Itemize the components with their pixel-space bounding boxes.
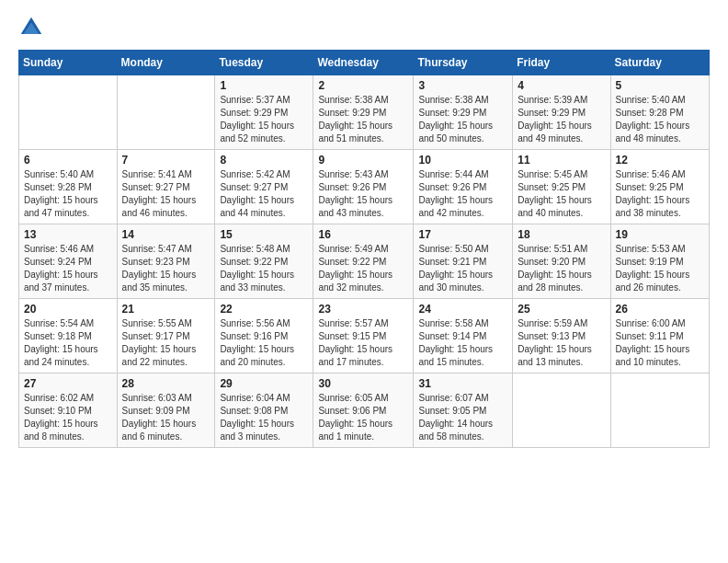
calendar-header-thursday: Thursday — [414, 51, 513, 75]
day-number: 31 — [418, 377, 507, 390]
day-number: 30 — [318, 377, 408, 390]
calendar-cell: 16Sunrise: 5:49 AMSunset: 9:22 PMDayligh… — [313, 224, 414, 299]
calendar-cell: 12Sunrise: 5:46 AMSunset: 9:25 PMDayligh… — [610, 150, 709, 224]
day-number: 19 — [616, 228, 704, 241]
day-info: Sunrise: 5:46 AMSunset: 9:25 PMDaylight:… — [616, 168, 704, 220]
calendar-cell: 13Sunrise: 5:46 AMSunset: 9:24 PMDayligh… — [19, 224, 118, 299]
calendar-cell: 2Sunrise: 5:38 AMSunset: 9:29 PMDaylight… — [313, 75, 414, 150]
day-number: 12 — [616, 154, 704, 167]
day-number: 28 — [122, 377, 210, 390]
calendar-week-5: 27Sunrise: 6:02 AMSunset: 9:10 PMDayligh… — [19, 373, 710, 448]
day-number: 29 — [220, 377, 308, 390]
calendar-cell — [513, 373, 610, 448]
calendar-header-row: SundayMondayTuesdayWednesdayThursdayFrid… — [19, 51, 710, 75]
calendar-cell: 26Sunrise: 6:00 AMSunset: 9:11 PMDayligh… — [610, 299, 709, 373]
day-info: Sunrise: 5:49 AMSunset: 9:22 PMDaylight:… — [318, 243, 408, 294]
calendar-header-friday: Friday — [513, 51, 610, 75]
day-info: Sunrise: 6:00 AMSunset: 9:11 PMDaylight:… — [616, 317, 704, 369]
calendar-cell: 9Sunrise: 5:43 AMSunset: 9:26 PMDaylight… — [313, 150, 414, 224]
day-info: Sunrise: 5:39 AMSunset: 9:29 PMDaylight:… — [518, 94, 605, 145]
day-number: 14 — [122, 228, 210, 241]
day-info: Sunrise: 5:51 AMSunset: 9:20 PMDaylight:… — [518, 243, 605, 294]
day-info: Sunrise: 5:53 AMSunset: 9:19 PMDaylight:… — [616, 243, 704, 294]
calendar-cell: 4Sunrise: 5:39 AMSunset: 9:29 PMDaylight… — [513, 75, 610, 150]
page: SundayMondayTuesdayWednesdayThursdayFrid… — [0, 0, 728, 563]
calendar-week-4: 20Sunrise: 5:54 AMSunset: 9:18 PMDayligh… — [19, 299, 710, 373]
calendar-cell: 15Sunrise: 5:48 AMSunset: 9:22 PMDayligh… — [215, 224, 313, 299]
calendar-cell: 18Sunrise: 5:51 AMSunset: 9:20 PMDayligh… — [513, 224, 610, 299]
day-number: 23 — [318, 303, 408, 316]
calendar-cell: 31Sunrise: 6:07 AMSunset: 9:05 PMDayligh… — [414, 373, 513, 448]
day-info: Sunrise: 5:41 AMSunset: 9:27 PMDaylight:… — [122, 168, 210, 220]
day-info: Sunrise: 5:55 AMSunset: 9:17 PMDaylight:… — [122, 317, 210, 369]
day-info: Sunrise: 5:57 AMSunset: 9:15 PMDaylight:… — [318, 317, 408, 369]
calendar-week-1: 1Sunrise: 5:37 AMSunset: 9:29 PMDaylight… — [19, 75, 710, 150]
day-info: Sunrise: 5:59 AMSunset: 9:13 PMDaylight:… — [518, 317, 605, 369]
day-number: 27 — [24, 377, 112, 390]
calendar-cell: 17Sunrise: 5:50 AMSunset: 9:21 PMDayligh… — [414, 224, 513, 299]
calendar-cell: 8Sunrise: 5:42 AMSunset: 9:27 PMDaylight… — [215, 150, 313, 224]
calendar-cell: 1Sunrise: 5:37 AMSunset: 9:29 PMDaylight… — [215, 75, 313, 150]
calendar-cell: 27Sunrise: 6:02 AMSunset: 9:10 PMDayligh… — [19, 373, 118, 448]
calendar-cell: 7Sunrise: 5:41 AMSunset: 9:27 PMDaylight… — [117, 150, 215, 224]
calendar-cell: 11Sunrise: 5:45 AMSunset: 9:25 PMDayligh… — [513, 150, 610, 224]
calendar-cell — [610, 373, 709, 448]
day-number: 16 — [318, 228, 408, 241]
day-info: Sunrise: 5:54 AMSunset: 9:18 PMDaylight:… — [24, 317, 112, 369]
day-number: 5 — [616, 79, 704, 92]
calendar-cell: 5Sunrise: 5:40 AMSunset: 9:28 PMDaylight… — [610, 75, 709, 150]
logo — [18, 15, 48, 40]
calendar-header-tuesday: Tuesday — [215, 51, 313, 75]
calendar-cell: 23Sunrise: 5:57 AMSunset: 9:15 PMDayligh… — [313, 299, 414, 373]
day-number: 8 — [220, 154, 308, 167]
day-number: 26 — [616, 303, 704, 316]
calendar-header-monday: Monday — [117, 51, 215, 75]
day-number: 17 — [418, 228, 507, 241]
day-number: 10 — [418, 154, 507, 167]
calendar-cell: 19Sunrise: 5:53 AMSunset: 9:19 PMDayligh… — [610, 224, 709, 299]
day-info: Sunrise: 5:50 AMSunset: 9:21 PMDaylight:… — [418, 243, 507, 294]
day-info: Sunrise: 5:37 AMSunset: 9:29 PMDaylight:… — [220, 94, 308, 145]
day-number: 13 — [24, 228, 112, 241]
logo-icon — [18, 15, 44, 40]
day-info: Sunrise: 6:07 AMSunset: 9:05 PMDaylight:… — [418, 392, 507, 443]
calendar-cell — [117, 75, 215, 150]
day-number: 3 — [418, 79, 507, 92]
day-number: 20 — [24, 303, 112, 316]
day-info: Sunrise: 5:43 AMSunset: 9:26 PMDaylight:… — [318, 168, 408, 220]
day-number: 25 — [518, 303, 605, 316]
calendar-week-2: 6Sunrise: 5:40 AMSunset: 9:28 PMDaylight… — [19, 150, 710, 224]
day-info: Sunrise: 5:44 AMSunset: 9:26 PMDaylight:… — [418, 168, 507, 220]
day-number: 15 — [220, 228, 308, 241]
day-number: 4 — [518, 79, 605, 92]
day-number: 11 — [518, 154, 605, 167]
calendar-cell: 14Sunrise: 5:47 AMSunset: 9:23 PMDayligh… — [117, 224, 215, 299]
day-info: Sunrise: 6:04 AMSunset: 9:08 PMDaylight:… — [220, 392, 308, 443]
calendar-cell: 3Sunrise: 5:38 AMSunset: 9:29 PMDaylight… — [414, 75, 513, 150]
day-info: Sunrise: 5:47 AMSunset: 9:23 PMDaylight:… — [122, 243, 210, 294]
day-info: Sunrise: 5:38 AMSunset: 9:29 PMDaylight:… — [418, 94, 507, 145]
day-number: 7 — [122, 154, 210, 167]
day-info: Sunrise: 5:38 AMSunset: 9:29 PMDaylight:… — [318, 94, 408, 145]
calendar-cell: 25Sunrise: 5:59 AMSunset: 9:13 PMDayligh… — [513, 299, 610, 373]
day-info: Sunrise: 5:58 AMSunset: 9:14 PMDaylight:… — [418, 317, 507, 369]
day-number: 22 — [220, 303, 308, 316]
calendar-header-saturday: Saturday — [610, 51, 709, 75]
day-info: Sunrise: 5:56 AMSunset: 9:16 PMDaylight:… — [220, 317, 308, 369]
day-number: 1 — [220, 79, 308, 92]
calendar-header-wednesday: Wednesday — [313, 51, 414, 75]
day-number: 24 — [418, 303, 507, 316]
day-info: Sunrise: 6:05 AMSunset: 9:06 PMDaylight:… — [318, 392, 408, 443]
calendar-cell: 10Sunrise: 5:44 AMSunset: 9:26 PMDayligh… — [414, 150, 513, 224]
calendar-cell: 24Sunrise: 5:58 AMSunset: 9:14 PMDayligh… — [414, 299, 513, 373]
calendar-cell — [19, 75, 118, 150]
calendar-cell: 28Sunrise: 6:03 AMSunset: 9:09 PMDayligh… — [117, 373, 215, 448]
day-info: Sunrise: 5:42 AMSunset: 9:27 PMDaylight:… — [220, 168, 308, 220]
day-info: Sunrise: 5:40 AMSunset: 9:28 PMDaylight:… — [616, 94, 704, 145]
calendar-week-3: 13Sunrise: 5:46 AMSunset: 9:24 PMDayligh… — [19, 224, 710, 299]
day-info: Sunrise: 6:02 AMSunset: 9:10 PMDaylight:… — [24, 392, 112, 443]
day-info: Sunrise: 5:40 AMSunset: 9:28 PMDaylight:… — [24, 168, 112, 220]
day-number: 6 — [24, 154, 112, 167]
calendar-cell: 6Sunrise: 5:40 AMSunset: 9:28 PMDaylight… — [19, 150, 118, 224]
calendar-cell: 22Sunrise: 5:56 AMSunset: 9:16 PMDayligh… — [215, 299, 313, 373]
